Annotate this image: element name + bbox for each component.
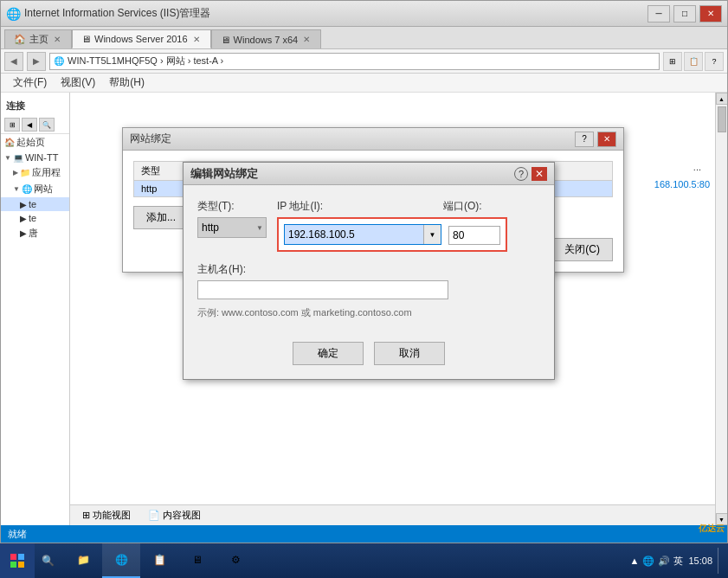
site-binding-help-btn[interactable]: ? [575, 132, 594, 147]
title-controls: ─ □ ✕ [647, 5, 722, 22]
toolbar-icon-2[interactable]: 📋 [684, 52, 703, 71]
tab-home[interactable]: 🏠 主页 ✕ [4, 29, 72, 48]
tree-item-tang[interactable]: ▶ 唐 [1, 225, 69, 241]
hostname-label: 主机名(H): [197, 262, 540, 277]
sidebar-toolbar: ⊞ ◀ 🔍 [1, 116, 69, 134]
minimize-button[interactable]: ─ [647, 5, 670, 22]
websites-arrow-icon: ▼ [13, 185, 20, 193]
status-text: 就绪 [8, 528, 27, 541]
show-desktop-button[interactable] [718, 548, 721, 574]
tree-item-te1[interactable]: ▶ te [1, 197, 69, 211]
edit-dialog-body: 类型(T): http ▼ IP 地址(I): [184, 185, 554, 333]
tray-network-icon: 🌐 [642, 556, 654, 567]
type-ip-port-row: 类型(T): http ▼ IP 地址(I): [197, 199, 540, 252]
type-select[interactable]: http [197, 217, 267, 238]
scroll-thumb[interactable] [718, 106, 726, 132]
main-panel: ... 168.100.5:80 ▲ ▼ 网站绑定 ? ✕ [70, 93, 727, 525]
content-view-tab[interactable]: 📄 内容视图 [143, 507, 206, 523]
type-select-wrap: http ▼ [197, 217, 267, 238]
address-input[interactable]: 🌐 WIN-TT5L1MHQF5Q › 网站 › test-A › [49, 53, 660, 70]
ok-button[interactable]: 确定 [293, 342, 364, 365]
te2-tree-icon: ▶ [20, 214, 27, 223]
sidebar-btn-1[interactable]: ⊞ [4, 118, 20, 132]
ip-input[interactable] [285, 225, 423, 244]
sidebar-btn-2[interactable]: ◀ [22, 118, 37, 132]
taskbar-tray: ▲ 🌐 🔊 英 [630, 555, 684, 568]
taskbar-app-ie[interactable]: 🌐 [102, 543, 140, 578]
cancel-button[interactable]: 取消 [374, 342, 445, 365]
close-window-button[interactable]: ✕ [699, 5, 722, 22]
tray-speaker-icon: 🔊 [658, 556, 670, 567]
site-binding-close-btn[interactable]: ✕ [597, 132, 616, 147]
tree-item-websites[interactable]: ▼ 🌐 网站 [1, 181, 69, 197]
hostname-input[interactable] [197, 280, 448, 299]
taskbar-app-5[interactable]: ⚙ [216, 543, 254, 578]
add-button[interactable]: 添加... [133, 206, 189, 229]
ip-dropdown-button[interactable]: ▼ [423, 225, 441, 244]
tab-home-close[interactable]: ✕ [52, 34, 62, 45]
tab-win7-close[interactable]: ✕ [301, 34, 312, 45]
forward-button[interactable]: ▶ [27, 52, 46, 71]
svg-rect-2 [10, 562, 16, 568]
tray-lang[interactable]: 英 [673, 555, 683, 568]
taskbar-app-4[interactable]: 🖥 [178, 543, 216, 578]
status-bar: 就绪 [1, 525, 727, 543]
menu-help[interactable]: 帮助(H) [102, 74, 151, 92]
address-icon: 🌐 [54, 56, 64, 66]
edit-dialog-controls: ? ✕ [514, 167, 547, 181]
hostname-group: 主机名(H): 示例: www.contoso.com 或 marketing.… [197, 262, 540, 319]
tab-win7-icon: 🖥 [221, 35, 230, 45]
edit-binding-dialog: 编辑网站绑定 ? ✕ 类型(T): http [183, 162, 555, 380]
app-icon: 🌐 [6, 7, 21, 21]
feature-view-tab[interactable]: ⊞ 功能视图 [77, 507, 136, 523]
search-button[interactable]: 🔍 [35, 543, 61, 578]
taskbar-clock[interactable]: 15:08 [688, 556, 712, 566]
content-area: 连接 ⊞ ◀ 🔍 🏠 起始页 ▼ 💻 WIN-TT ▶ 📁 应用程 ▼ [1, 93, 727, 525]
toolbar-icons: ⊞ 📋 ? [663, 52, 724, 71]
sidebar: 连接 ⊞ ◀ 🔍 🏠 起始页 ▼ 💻 WIN-TT ▶ 📁 应用程 ▼ [1, 93, 70, 525]
taskbar-right: ▲ 🌐 🔊 英 15:08 [630, 548, 728, 574]
tab-home-icon: 🏠 [14, 34, 26, 45]
maximize-button[interactable]: □ [673, 5, 696, 22]
edit-help-icon[interactable]: ? [514, 167, 528, 181]
taskbar-app-3[interactable]: 📋 [140, 543, 178, 578]
taskbar: 🔍 📁 🌐 📋 🖥 ⚙ ▲ 🌐 🔊 英 15:08 [0, 543, 728, 578]
tree-item-server[interactable]: ▼ 💻 WIN-TT [1, 151, 69, 164]
tray-arrow-icon[interactable]: ▲ [630, 556, 640, 566]
main-window: 🌐 Internet Information Services (IIS)管理器… [0, 0, 728, 543]
tab-ws2016-close[interactable]: ✕ [191, 34, 202, 45]
sidebar-header: 连接 [1, 96, 69, 116]
tree-item-te2[interactable]: ▶ te [1, 211, 69, 225]
ip-port-labels: IP 地址(I): 端口(O): [277, 199, 507, 214]
port-input[interactable] [448, 226, 500, 245]
apps-arrow-icon: ▶ [13, 169, 18, 177]
help-icon[interactable]: ? [705, 52, 724, 71]
scroll-up-arrow[interactable]: ▲ [716, 93, 728, 105]
vertical-scrollbar[interactable]: ▲ ▼ [715, 93, 727, 525]
tab-ws2016[interactable]: 🖥 Windows Server 2016 ✕ [72, 29, 211, 48]
tab-win7[interactable]: 🖥 Windows 7 x64 ✕ [211, 29, 322, 48]
menu-file[interactable]: 文件(F) [6, 74, 54, 92]
sidebar-btn-3[interactable]: 🔍 [39, 118, 55, 132]
edit-dialog-footer: 确定 取消 [184, 333, 554, 379]
svg-rect-0 [10, 554, 16, 560]
edit-close-button[interactable]: ✕ [532, 167, 547, 181]
tree-item-apps[interactable]: ▶ 📁 应用程 [1, 164, 69, 181]
site-binding-controls: ? ✕ [575, 132, 616, 147]
tab-ws2016-icon: 🖥 [81, 34, 91, 44]
server-tree-icon: 💻 [13, 153, 23, 163]
taskbar-app-1[interactable]: 📁 [64, 543, 102, 578]
back-button[interactable]: ◀ [4, 52, 23, 71]
tree-item-home[interactable]: 🏠 起始页 [1, 134, 69, 151]
tab-bar: 🏠 主页 ✕ 🖥 Windows Server 2016 ✕ 🖥 Windows… [1, 27, 727, 49]
window-title: Internet Information Services (IIS)管理器 [24, 6, 644, 21]
port-label: 端口(O): [443, 199, 482, 214]
toolbar-icon-1[interactable]: ⊞ [663, 52, 682, 71]
type-group: 类型(T): http ▼ [197, 199, 267, 238]
ip-port-link[interactable]: 168.100.5:80 [654, 179, 710, 189]
start-button[interactable] [0, 543, 35, 578]
clock-time: 15:08 [688, 556, 712, 566]
menu-view[interactable]: 视图(V) [54, 74, 102, 92]
binding-info-text: ... [693, 162, 701, 172]
close-action-button[interactable]: 关闭(C) [551, 238, 613, 261]
